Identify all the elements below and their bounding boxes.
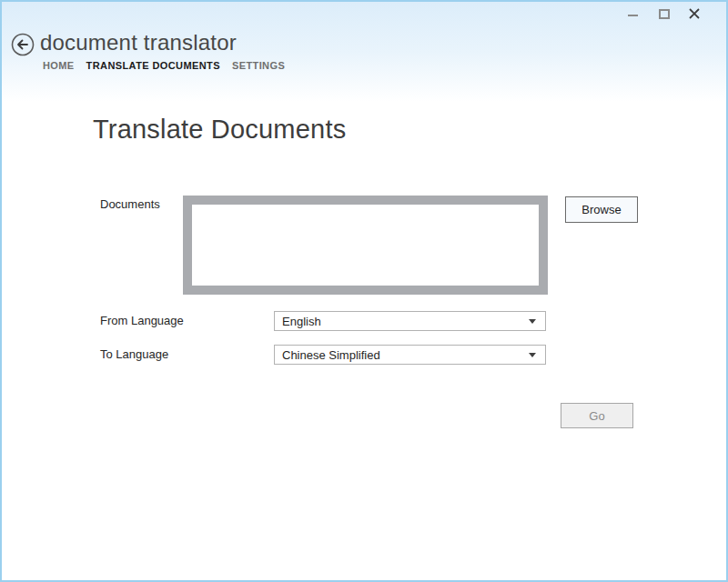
to-language-label: To Language [100,347,168,361]
maximize-icon[interactable] [659,9,670,19]
from-language-label: From Language [100,314,184,327]
top-nav: HOME TRANSLATE DOCUMENTS SETTINGS [43,60,285,71]
window-controls [626,2,726,29]
back-button[interactable] [11,33,35,56]
app-window: document translator HOME TRANSLATE DOCUM… [0,0,728,582]
chevron-down-icon [529,353,536,357]
nav-tab-home[interactable]: HOME [43,60,75,71]
documents-label: Documents [100,197,160,211]
go-button[interactable]: Go [561,403,633,428]
nav-tab-translate-documents[interactable]: TRANSLATE DOCUMENTS [86,60,220,71]
documents-listbox[interactable] [183,196,548,295]
chevron-down-icon [529,319,536,324]
minimize-icon[interactable] [628,15,638,16]
to-language-select[interactable]: Chinese Simplified [274,345,546,365]
app-title: document translator [40,30,237,55]
to-language-value: Chinese Simplified [282,348,380,362]
nav-tab-settings[interactable]: SETTINGS [232,60,285,71]
close-icon[interactable] [688,7,701,20]
from-language-select[interactable]: English [274,311,546,331]
page-title: Translate Documents [93,115,346,145]
back-arrow-icon [11,33,35,56]
from-language-value: English [282,315,321,328]
browse-button[interactable]: Browse [565,196,638,223]
